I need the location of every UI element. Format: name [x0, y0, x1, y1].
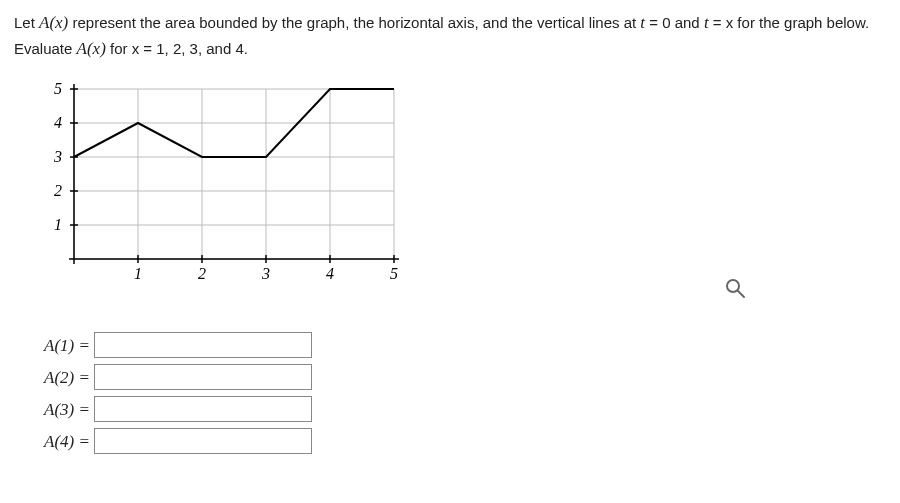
answer-section: A(1) = A(2) = A(3) = A(4) = [28, 332, 886, 454]
svg-line-25 [738, 291, 744, 297]
answer-row: A(3) = [28, 396, 886, 422]
answer-label: A(2) = [28, 367, 94, 388]
xtick-label: 2 [198, 265, 206, 282]
answer-input-a4[interactable] [94, 428, 312, 454]
graph-svg: 1 2 3 4 5 1 2 3 4 5 [34, 79, 404, 299]
zoom-icon[interactable] [724, 277, 746, 302]
answer-input-a3[interactable] [94, 396, 312, 422]
svg-point-24 [727, 280, 739, 292]
xtick-label: 4 [326, 265, 334, 282]
answer-row: A(1) = [28, 332, 886, 358]
answer-row: A(2) = [28, 364, 886, 390]
ytick-label: 1 [54, 216, 62, 233]
answer-input-a1[interactable] [94, 332, 312, 358]
ytick-label: 4 [54, 114, 62, 131]
answer-input-a2[interactable] [94, 364, 312, 390]
answer-label: A(4) = [28, 431, 94, 452]
answer-label: A(1) = [28, 335, 94, 356]
answer-label: A(3) = [28, 399, 94, 420]
ytick-label: 3 [53, 148, 62, 165]
ytick-label: 2 [54, 182, 62, 199]
answer-row: A(4) = [28, 428, 886, 454]
problem-statement: Let A(x) represent the area bounded by t… [14, 10, 886, 61]
xtick-label: 5 [390, 265, 398, 282]
graph-figure: 1 2 3 4 5 1 2 3 4 5 [34, 79, 886, 302]
xtick-label: 1 [134, 265, 142, 282]
xtick-label: 3 [261, 265, 270, 282]
ytick-label: 5 [54, 80, 62, 97]
